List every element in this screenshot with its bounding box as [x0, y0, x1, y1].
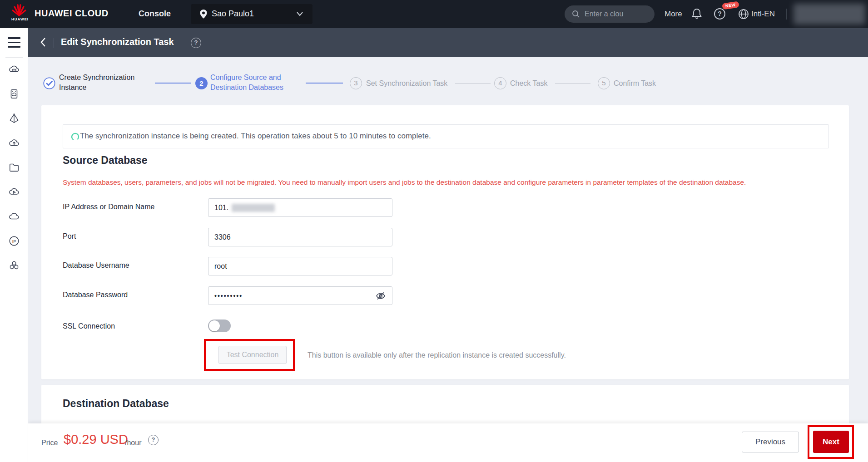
ip-label: IP Address or Domain Name [63, 203, 154, 211]
location-pin-icon [199, 9, 208, 19]
ip-icon[interactable]: IP [8, 235, 20, 247]
search-input[interactable] [585, 5, 650, 23]
wizard-connector [306, 83, 343, 84]
step4-label: Check Task [510, 79, 547, 88]
cloud-search[interactable] [565, 5, 655, 23]
cloud-upload-icon[interactable] [8, 137, 20, 149]
more-menu[interactable]: More [665, 10, 682, 19]
step4-circle: 4 [494, 77, 506, 89]
brand-name: HUAWEI CLOUD [35, 8, 109, 19]
port-label: Port [63, 232, 76, 241]
search-icon [572, 10, 580, 18]
price-label: Price [41, 439, 58, 447]
step5-label: Confirm Task [614, 79, 656, 88]
left-sidebar: IP [0, 28, 28, 462]
cluster-icon[interactable] [8, 260, 20, 271]
notice-text: The synchronization instance is being cr… [80, 132, 431, 141]
wizard-connector [455, 83, 491, 84]
top-header: HUAWEI HUAWEI CLOUD Console Sao Paulo1 M… [0, 0, 868, 28]
cloud-server-icon[interactable] [8, 64, 20, 75]
footer-bar: Price $0.29 USD /hour ? Previous Next [28, 423, 868, 462]
title-bar: Edit Synchronization Task ? [28, 28, 868, 57]
toggle-knob [209, 320, 220, 331]
price-value: $0.29 USD [64, 432, 128, 447]
storage-icon[interactable] [8, 88, 20, 100]
previous-button[interactable]: Previous [742, 432, 799, 452]
step2-label: Configure Source and Destination Databas… [210, 73, 283, 93]
wizard-connector [155, 83, 191, 84]
back-icon[interactable] [40, 37, 46, 47]
price-unit: /hour [125, 439, 141, 447]
huawei-logo-text: HUAWEI [10, 17, 30, 21]
step3-circle: 3 [350, 77, 362, 89]
account-area-blurred[interactable] [794, 4, 865, 25]
chevron-down-icon[interactable] [296, 11, 303, 17]
ssl-label: SSL Connection [63, 322, 115, 330]
header-divider [786, 9, 787, 20]
cloud-icon[interactable] [8, 211, 20, 222]
port-input[interactable] [208, 228, 392, 246]
drs-edit-sync-task-page: HUAWEI HUAWEI CLOUD Console Sao Paulo1 M… [0, 0, 868, 462]
test-connection-hint: This button is available only after the … [308, 351, 566, 359]
huawei-logo[interactable]: HUAWEI [10, 3, 30, 25]
destination-db-heading: Destination Database [63, 398, 169, 410]
sidebar-divider [5, 57, 23, 58]
bell-icon[interactable] [691, 8, 702, 20]
password-label: Database Password [63, 291, 128, 299]
folder-icon[interactable] [8, 162, 20, 173]
help-icon[interactable]: ? [714, 8, 725, 20]
username-label: Database Username [63, 261, 129, 270]
password-input[interactable] [208, 286, 392, 305]
loading-spinner-icon [71, 133, 79, 141]
ssl-toggle[interactable] [208, 319, 231, 332]
migration-warning-text: System databases, users, parameters, and… [63, 178, 746, 187]
step2-circle: 2 [195, 77, 208, 89]
step1-label: Create Synchronization Instance [59, 73, 134, 93]
annotation-box-test-connection [204, 339, 295, 371]
pyramid-icon[interactable] [8, 113, 20, 124]
ip-value-blurred [232, 204, 275, 212]
cloud-play-icon[interactable] [8, 186, 20, 198]
step3-label: Set Synchronization Task [366, 79, 447, 88]
step1-check-icon [43, 77, 55, 89]
wizard-connector [555, 83, 590, 84]
region-name: Sao Paulo1 [212, 9, 254, 19]
source-db-heading: Source Database [63, 154, 148, 167]
page-help-icon[interactable]: ? [191, 38, 201, 48]
annotation-box-next [808, 425, 854, 459]
eye-off-icon[interactable] [375, 290, 386, 301]
step5-circle: 5 [598, 77, 610, 89]
console-link[interactable]: Console [139, 9, 171, 19]
globe-icon[interactable] [738, 9, 749, 20]
svg-text:IP: IP [12, 239, 16, 244]
username-input[interactable] [208, 257, 392, 275]
huawei-flower-icon [10, 3, 28, 17]
destination-database-card: Destination Database [41, 385, 849, 425]
price-help-icon[interactable]: ? [148, 435, 159, 445]
title-divider [54, 38, 54, 48]
menu-icon[interactable] [8, 37, 20, 48]
header-divider [122, 9, 122, 20]
new-badge: NEW [722, 1, 739, 10]
language-selector[interactable]: Intl-EN [751, 10, 775, 19]
page-title: Edit Synchronization Task [61, 37, 174, 47]
